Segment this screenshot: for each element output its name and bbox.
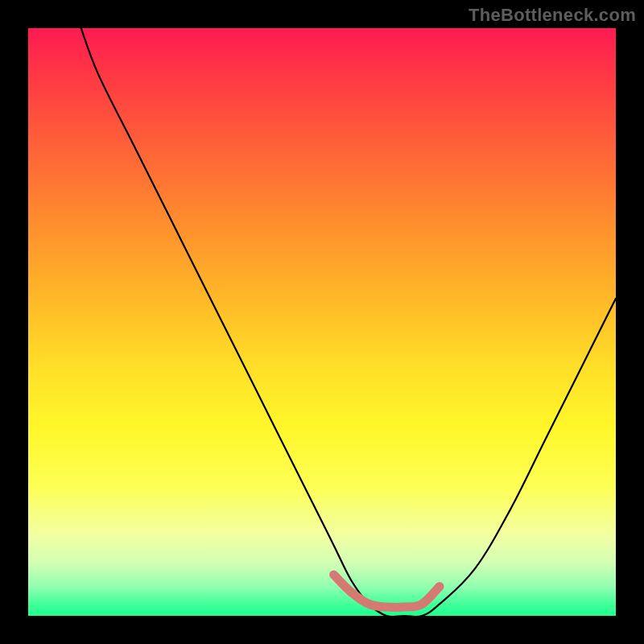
chart-frame: TheBottleneck.com: [0, 0, 644, 644]
plot-area: [28, 28, 616, 616]
chart-svg: [28, 28, 616, 616]
bottleneck-curve: [81, 28, 616, 616]
sweet-spot-marker: [334, 575, 440, 608]
watermark-text: TheBottleneck.com: [469, 5, 636, 26]
